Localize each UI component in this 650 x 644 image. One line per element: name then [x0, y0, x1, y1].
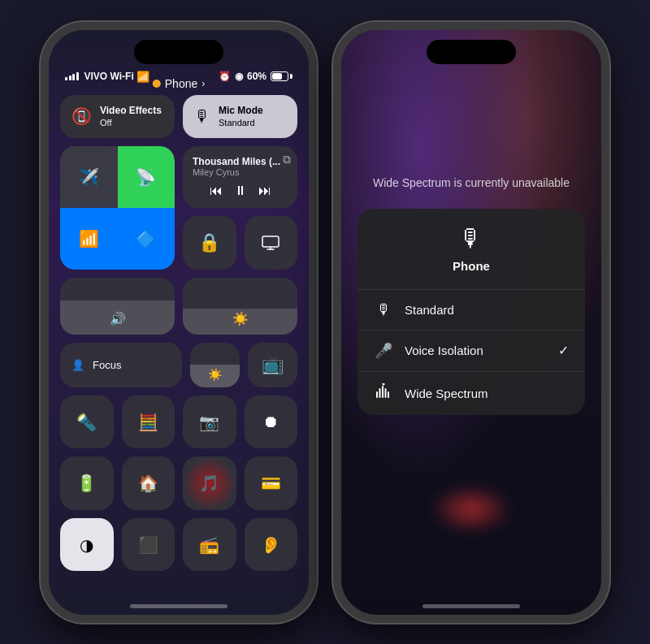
svg-rect-0: [262, 236, 279, 247]
wifi-icon: 📶: [136, 71, 150, 83]
carrier-label: VIVO Wi-Fi: [84, 71, 134, 82]
standard-label: Standard: [405, 303, 454, 317]
prev-track-btn[interactable]: ⏮: [210, 184, 223, 198]
media-artist: Miley Cyrus: [193, 167, 288, 177]
focus-btn[interactable]: 👤 Focus: [60, 343, 182, 387]
cellular-btn[interactable]: 📡: [118, 146, 176, 208]
media-controls: ⏮ ⏸ ⏭: [193, 184, 288, 198]
brightness-icon: ☀️: [232, 311, 249, 326]
red-glow-blob: [431, 485, 512, 534]
svg-rect-5: [388, 391, 389, 398]
video-effects-tile[interactable]: 📵 Video Effects Off: [60, 95, 175, 139]
focus-label: Focus: [93, 359, 121, 371]
wifi-btn[interactable]: 📶: [60, 208, 118, 270]
remote-btn[interactable]: 📻: [183, 518, 236, 572]
voice-isolation-option[interactable]: 🎤 Voice Isolation ✓: [358, 331, 585, 372]
mic-panel-header: 🎙 Phone: [358, 209, 585, 290]
display-brightness-btn[interactable]: ☀️: [190, 343, 240, 387]
video-effects-icon: 📵: [72, 106, 92, 126]
flashlight-btn[interactable]: 🔦: [60, 395, 114, 449]
video-effects-label: Video Effects Off: [100, 105, 162, 129]
airplay-icon[interactable]: ⧉: [283, 153, 291, 166]
row-apps: 🔋 🏠 🎵 💳: [60, 456, 297, 510]
battery-percent: 60%: [247, 71, 266, 82]
status-right: ⏰ ◉ 60%: [219, 71, 292, 82]
apple-tv-btn[interactable]: 📺: [248, 343, 297, 387]
standard-option[interactable]: 🎙 Standard: [358, 290, 585, 331]
wide-spectrum-option[interactable]: Wide Spectrum: [358, 372, 585, 415]
qr-scan-btn[interactable]: ⬛: [122, 518, 176, 572]
status-left: VIVO Wi-Fi 📶: [65, 71, 150, 83]
row-tools: 🔦 🧮 📷 ⏺: [60, 395, 297, 449]
row-bottom: ◑ ⬛ 📻 👂: [60, 518, 297, 572]
airplane-mode-btn[interactable]: ✈️: [60, 146, 118, 208]
signal-icon: [65, 72, 79, 80]
dynamic-island-1: [134, 40, 223, 64]
svg-rect-3: [382, 386, 384, 398]
svg-rect-1: [376, 391, 378, 398]
battery-icon: [271, 71, 292, 81]
phone-dot: [153, 80, 161, 88]
mic-mode-panel: 🎙 Phone 🎙 Standard 🎤 Voice Isolation ✓: [358, 209, 585, 415]
mic-mode-tile[interactable]: 🎙 Mic Mode Standard: [183, 95, 297, 139]
voice-isolation-label: Voice Isolation: [405, 344, 483, 357]
phone-call-text: Phone: [165, 77, 197, 90]
battery-widget-btn[interactable]: 🔋: [60, 456, 114, 510]
alarm-icon: ⏰: [219, 71, 231, 82]
camera-btn[interactable]: 📷: [183, 395, 236, 449]
play-pause-btn[interactable]: ⏸: [234, 184, 247, 198]
wide-spectrum-label: Wide Spectrum: [405, 387, 488, 400]
record-btn[interactable]: ⏺: [245, 395, 298, 449]
sun-icon: ☀️: [208, 368, 222, 381]
top-tiles: 📵 Video Effects Off 🎙 Mic Mode Standard: [60, 95, 297, 139]
volume-slider[interactable]: 🔊: [60, 278, 175, 335]
svg-rect-2: [379, 388, 381, 398]
wallet-btn[interactable]: 💳: [245, 456, 298, 510]
mic-large-icon: 🎙: [459, 225, 483, 253]
rotation-lock-btn[interactable]: 🔒: [183, 216, 236, 270]
media-info: Thousand Miles (... Miley Cyrus: [193, 156, 288, 177]
voice-isolation-icon: 🎤: [374, 342, 393, 360]
checkmark-icon: ✓: [558, 343, 569, 358]
svg-point-6: [383, 383, 385, 386]
hearing-btn[interactable]: 👂: [245, 518, 298, 572]
focus-icon: 👤: [72, 359, 84, 371]
unavailable-text: Wide Spectrum is currently unavailable: [373, 176, 570, 189]
location-icon: ◉: [235, 71, 243, 82]
next-track-btn[interactable]: ⏭: [258, 184, 271, 198]
appletv-icon: 📺: [262, 354, 284, 375]
calculator-btn[interactable]: 🧮: [122, 395, 176, 449]
home-btn[interactable]: 🏠: [122, 456, 176, 510]
media-title: Thousand Miles (...: [193, 156, 288, 167]
home-bar-2: [422, 604, 520, 608]
iphone-2: Wide Spectrum is currently unavailable 🎙…: [333, 22, 609, 623]
dynamic-island-2: [427, 40, 516, 64]
standard-icon: 🎙: [374, 301, 393, 318]
row-3: 👤 Focus ☀️ 📺: [60, 343, 297, 387]
main-grid: ✈️ 📡 📶 🔷 ⧉ Thousand Miles (... Miley Cyr…: [60, 146, 297, 571]
mic-mode-icon: 🎙: [194, 107, 210, 126]
home-bar-1: [130, 604, 228, 608]
dark-mode-btn[interactable]: ◑: [60, 518, 114, 572]
mic-options-list: 🎙 Standard 🎤 Voice Isolation ✓: [358, 290, 585, 415]
brightness-slider[interactable]: ☀️: [183, 278, 297, 335]
volume-icon: 🔊: [110, 311, 126, 326]
bluetooth-btn[interactable]: 🔷: [118, 208, 176, 270]
network-block[interactable]: ✈️ 📡 📶 🔷: [60, 146, 175, 270]
svg-rect-4: [385, 388, 387, 398]
shazam-btn[interactable]: 🎵: [183, 456, 236, 510]
control-center-grid: 📵 Video Effects Off 🎙 Mic Mode Standard …: [60, 95, 297, 572]
phone-call-label: Phone ›: [153, 77, 205, 90]
iphone-1: VIVO Wi-Fi 📶 ⏰ ◉ 60% Phone › 📵 Video Eff…: [41, 22, 317, 623]
mic-mode-label: Mic Mode Standard: [219, 105, 263, 129]
media-player[interactable]: ⧉ Thousand Miles (... Miley Cyrus ⏮ ⏸ ⏭: [183, 146, 297, 208]
mic-panel-title: Phone: [453, 259, 490, 273]
screen-mirror-btn[interactable]: [245, 216, 298, 270]
wide-spectrum-icon: [374, 383, 393, 404]
chevron-right-icon: ›: [202, 78, 205, 89]
